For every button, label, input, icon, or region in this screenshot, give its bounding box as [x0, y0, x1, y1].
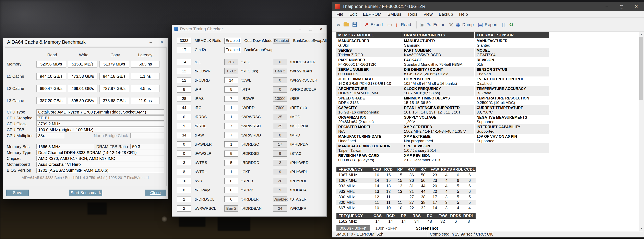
timing-label: tRC: [195, 106, 224, 110]
vertical-scrollbar[interactable]: ▲ ▼: [639, 32, 644, 231]
dram-components-cell: XMP EXTREME Not programmed: [402, 134, 474, 144]
open-folder-icon[interactable]: [344, 23, 349, 26]
thermal-sensor-cell: [475, 144, 549, 153]
timing-label: tRRDDLR: [242, 197, 273, 202]
save-icon[interactable]: [352, 22, 357, 27]
timing-label: tRDRDSC: [242, 142, 273, 147]
scrollbar-thumb[interactable]: [639, 37, 643, 100]
close-button[interactable]: ✕: [316, 25, 326, 33]
tpb-titlebar[interactable]: Thaiphoon Burner / F4-3000C14-16GTZR – ▢…: [332, 2, 644, 11]
rrds-cell: 3: [440, 206, 452, 210]
scroll-up-icon[interactable]: ▲: [639, 32, 644, 36]
menu-tools[interactable]: Tools: [404, 11, 420, 18]
read-button[interactable]: ↓ Read: [393, 21, 412, 28]
timing-label: tRFC: [242, 60, 273, 64]
timing-row: 8 tRP 8 tRTP 0 tWRRDSCDLR: [172, 86, 326, 93]
field-value: 15-15-15-36-50: [404, 100, 474, 105]
minimize-button[interactable]: –: [295, 25, 305, 33]
thaiphoon-burner-window: Thaiphoon Burner / F4-3000C14-16GTZR – ▢…: [332, 2, 644, 238]
rtc-titlebar[interactable]: Ryzen Timing Checker – ▢ ✕: [172, 25, 326, 33]
close-button[interactable]: ✕: [156, 38, 168, 46]
battery-icon[interactable]: ▭: [386, 21, 393, 28]
rc-cell: 48: [423, 219, 436, 224]
minimize-button[interactable]: –: [145, 38, 156, 46]
timing-label: tPHYRDL: [290, 179, 326, 183]
start-benchmark-button[interactable]: Start Benchmark: [69, 190, 102, 196]
maximize-button[interactable]: ▢: [305, 25, 316, 33]
spd-info-row: MANUFACTURER G.Skill MANUFACTURER Samsun…: [336, 38, 549, 48]
menu-eeprom[interactable]: EEPROM: [360, 11, 384, 18]
minimize-button[interactable]: –: [599, 2, 614, 11]
dram-components-cell: PACKAGE Standard Monolithic 78-ball FBGA: [402, 57, 474, 67]
spd-info-row: REGISTER MODEL N/A XMP CERTIFIED 1502 MH…: [336, 124, 549, 134]
cas-cell: 14: [371, 178, 382, 183]
aida64-titlebar[interactable]: AIDA64 Cache & Memory Benchmark – ✕: [3, 38, 168, 46]
timing-value-box: 3: [177, 160, 192, 166]
rp-cell: 14: [397, 219, 410, 224]
timing-label: Cmd2t: [195, 48, 224, 52]
memory-module-cell: MANUFACTURER G.Skill: [336, 38, 402, 48]
timing-row: 3 tWTRS 5 tRDRDDD 2 tPHYWRD: [172, 160, 326, 166]
close-dialog-button[interactable]: Close: [145, 190, 166, 196]
benchmark-write-value: 395.30 GB/s: [68, 97, 98, 104]
north-bridge-clock-label: North Bridge Clock: [64, 134, 130, 138]
menu-edit[interactable]: Edit: [346, 11, 360, 18]
close-button[interactable]: ✕: [629, 2, 644, 11]
thermal-sensor-cell: CURRENT TEMPERATURE 33,750°C: [475, 105, 549, 115]
thermal-sensor-cell: TEMPERATURE ACCURACY B-Grade: [475, 86, 549, 96]
menu-smbus[interactable]: SMBus: [384, 11, 404, 18]
version-footer: AIDA64 v5.92.4383 Beta / BenchDLL 4.3.75…: [3, 176, 168, 180]
field-value: N/A: [338, 129, 402, 134]
timing-value-box: 1: [224, 105, 238, 111]
refresh-icon[interactable]: ↻: [508, 21, 515, 28]
benchmark-row-label: L1 Cache: [3, 74, 36, 79]
field-label: MANUFACTURER: [476, 39, 549, 43]
bottom-tab[interactable]: Screenshot: [416, 226, 438, 231]
save-button[interactable]: Save: [6, 190, 29, 196]
memory-module-cell: SERIAL NUMBER 00000000h: [336, 67, 402, 76]
timing-label: tSTAG: [290, 151, 326, 156]
lock-icon[interactable]: ▣: [418, 21, 426, 28]
menu-view[interactable]: View: [420, 11, 436, 18]
timing-value-box: 8: [177, 169, 192, 175]
timing-value-box: 9: [273, 150, 287, 156]
timing-label: tMRDPDA: [290, 142, 326, 147]
wrench-icon[interactable]: ⚒: [448, 21, 454, 28]
faw-cell: 14: [429, 206, 440, 210]
ccdl-cell: 4: [464, 206, 475, 210]
timing-table-header: RRDS: [449, 214, 462, 218]
editor-button[interactable]: ✎ Editor: [426, 21, 446, 28]
timing-value-box: 5: [224, 160, 238, 166]
timing-row: 9 tRRDL 7 tWRWRSD 25 tMODPDA: [172, 123, 326, 129]
memory-module-cell: REVISION / RAW CARD 0000h / B1 (8 layers…: [336, 153, 402, 162]
export-button[interactable]: ↗ Export: [363, 21, 384, 28]
timing-table-header: RP: [397, 214, 410, 218]
bottom-tab[interactable]: 100h - 1FFh: [372, 225, 401, 231]
thermal-sensor-cell: TEMPERATURE RESOLUTION 0,2500°C (10-bit …: [475, 96, 549, 105]
print-icon[interactable]: ◫: [501, 21, 508, 28]
report-button[interactable]: ▤ Report: [477, 21, 499, 28]
benchmark-latency-value: 1.1 ns: [131, 73, 160, 80]
timing-label: tMODPDA: [290, 124, 326, 128]
menu-backup[interactable]: Backup: [436, 11, 456, 18]
menu-file[interactable]: File: [334, 11, 346, 18]
field-label: XMP CERTIFIED: [404, 125, 474, 129]
timing-table-header: CCDL: [464, 167, 475, 172]
timing-row: 8 tWTRL 1 tCKE 9 tPHYWRL: [172, 168, 326, 175]
cas-cell: 14: [371, 184, 382, 188]
thermal-sensor-cell: MODEL GT34TS04: [475, 48, 549, 57]
timing-table-header: RAS: [410, 214, 423, 218]
rp-cell: 15: [394, 178, 406, 183]
timing-value-box: 1: [224, 114, 238, 120]
timing-label: tRDWR: [242, 96, 273, 101]
bottom-tab[interactable]: 0000h - 00FFh: [336, 225, 370, 231]
app-icon: [174, 27, 178, 31]
benchmark-read-value: 387.20 GB/s: [36, 97, 66, 104]
scroll-down-icon[interactable]: ▼: [639, 226, 644, 231]
menu-help[interactable]: Help: [456, 11, 471, 18]
field-value: 16T, 15T, 14T, 13T, 12T, 11T, 10T: [404, 110, 474, 114]
status-completed: Completed in 15,99 sec / CRC: OK: [427, 232, 643, 237]
link-icon[interactable]: ∞: [335, 21, 342, 28]
dump-button[interactable]: ▦ Dump: [454, 21, 475, 28]
maximize-button[interactable]: ▢: [614, 2, 629, 11]
